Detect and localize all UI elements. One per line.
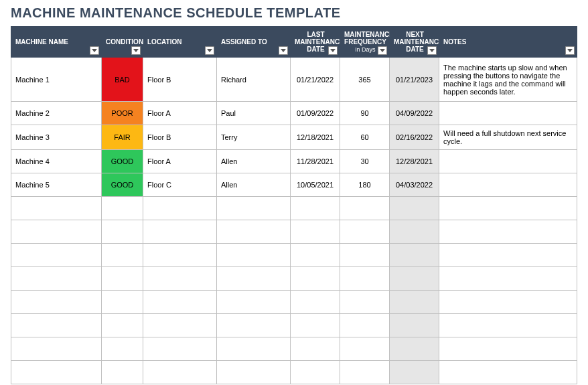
cell-empty[interactable] bbox=[340, 197, 390, 220]
cell-assigned-to[interactable]: Richard bbox=[217, 58, 291, 102]
cell-empty[interactable] bbox=[217, 197, 291, 220]
cell-frequency[interactable]: 180 bbox=[340, 173, 390, 197]
cell-machine-name[interactable]: Machine 1 bbox=[11, 58, 102, 102]
cell-assigned-to[interactable]: Allen bbox=[217, 173, 291, 197]
cell-next-maint[interactable]: 12/28/2021 bbox=[390, 150, 439, 173]
cell-empty[interactable] bbox=[11, 220, 102, 244]
cell-empty[interactable] bbox=[439, 337, 577, 361]
cell-empty[interactable] bbox=[390, 197, 439, 220]
cell-empty[interactable] bbox=[217, 314, 291, 337]
cell-empty[interactable] bbox=[340, 337, 390, 361]
cell-frequency[interactable]: 365 bbox=[340, 58, 390, 102]
cell-empty[interactable] bbox=[439, 267, 577, 291]
cell-empty[interactable] bbox=[217, 267, 291, 291]
cell-machine-name[interactable]: Machine 4 bbox=[11, 150, 102, 173]
cell-condition[interactable]: GOOD bbox=[102, 173, 143, 197]
cell-next-maint[interactable]: 01/21/2023 bbox=[390, 58, 439, 102]
cell-condition[interactable]: GOOD bbox=[102, 150, 143, 173]
cell-empty[interactable] bbox=[340, 314, 390, 337]
cell-empty[interactable] bbox=[102, 267, 143, 291]
cell-empty[interactable] bbox=[143, 314, 217, 337]
cell-empty[interactable] bbox=[11, 197, 102, 220]
cell-empty[interactable] bbox=[340, 220, 390, 244]
cell-empty[interactable] bbox=[217, 220, 291, 244]
cell-empty[interactable] bbox=[102, 291, 143, 314]
cell-empty[interactable] bbox=[217, 291, 291, 314]
cell-empty[interactable] bbox=[11, 314, 102, 337]
cell-empty[interactable] bbox=[11, 337, 102, 361]
cell-empty[interactable] bbox=[217, 361, 291, 384]
cell-empty[interactable] bbox=[291, 337, 340, 361]
filter-button[interactable] bbox=[90, 46, 99, 55]
cell-empty[interactable] bbox=[11, 267, 102, 291]
cell-location[interactable]: Floor C bbox=[143, 173, 217, 197]
filter-button[interactable] bbox=[279, 46, 288, 55]
cell-frequency[interactable]: 60 bbox=[340, 125, 390, 150]
cell-empty[interactable] bbox=[291, 197, 340, 220]
cell-empty[interactable] bbox=[390, 220, 439, 244]
cell-notes[interactable] bbox=[439, 102, 577, 125]
cell-empty[interactable] bbox=[439, 244, 577, 267]
cell-empty[interactable] bbox=[291, 244, 340, 267]
cell-last-maint[interactable]: 01/09/2022 bbox=[291, 102, 340, 125]
cell-empty[interactable] bbox=[102, 337, 143, 361]
filter-button[interactable] bbox=[565, 46, 575, 55]
cell-empty[interactable] bbox=[291, 314, 340, 337]
cell-location[interactable]: Floor A bbox=[143, 150, 217, 173]
cell-condition[interactable]: BAD bbox=[102, 58, 143, 102]
cell-empty[interactable] bbox=[439, 220, 577, 244]
cell-empty[interactable] bbox=[291, 220, 340, 244]
cell-empty[interactable] bbox=[143, 197, 217, 220]
cell-empty[interactable] bbox=[390, 361, 439, 384]
cell-assigned-to[interactable]: Paul bbox=[217, 102, 291, 125]
cell-machine-name[interactable]: Machine 3 bbox=[11, 125, 102, 150]
cell-condition[interactable]: FAIR bbox=[102, 125, 143, 150]
cell-empty[interactable] bbox=[390, 337, 439, 361]
cell-empty[interactable] bbox=[340, 267, 390, 291]
cell-empty[interactable] bbox=[390, 291, 439, 314]
cell-notes[interactable]: Will need a full shutdown next service c… bbox=[439, 125, 577, 150]
cell-empty[interactable] bbox=[291, 267, 340, 291]
filter-button[interactable] bbox=[205, 46, 214, 55]
filter-button[interactable] bbox=[131, 46, 141, 55]
cell-next-maint[interactable]: 04/03/2022 bbox=[390, 173, 439, 197]
cell-last-maint[interactable]: 11/28/2021 bbox=[291, 150, 340, 173]
cell-empty[interactable] bbox=[217, 337, 291, 361]
cell-empty[interactable] bbox=[143, 361, 217, 384]
cell-assigned-to[interactable]: Terry bbox=[217, 125, 291, 150]
cell-empty[interactable] bbox=[439, 361, 577, 384]
cell-next-maint[interactable]: 04/09/2022 bbox=[390, 102, 439, 125]
cell-machine-name[interactable]: Machine 2 bbox=[11, 102, 102, 125]
cell-empty[interactable] bbox=[340, 361, 390, 384]
cell-frequency[interactable]: 30 bbox=[340, 150, 390, 173]
cell-empty[interactable] bbox=[11, 244, 102, 267]
cell-empty[interactable] bbox=[11, 291, 102, 314]
cell-empty[interactable] bbox=[102, 361, 143, 384]
cell-next-maint[interactable]: 02/16/2022 bbox=[390, 125, 439, 150]
cell-empty[interactable] bbox=[102, 197, 143, 220]
cell-empty[interactable] bbox=[340, 291, 390, 314]
cell-last-maint[interactable]: 12/18/2021 bbox=[291, 125, 340, 150]
cell-empty[interactable] bbox=[439, 197, 577, 220]
cell-empty[interactable] bbox=[390, 314, 439, 337]
filter-button[interactable] bbox=[378, 46, 387, 55]
cell-last-maint[interactable]: 10/05/2021 bbox=[291, 173, 340, 197]
cell-empty[interactable] bbox=[390, 244, 439, 267]
cell-empty[interactable] bbox=[291, 361, 340, 384]
cell-frequency[interactable]: 90 bbox=[340, 102, 390, 125]
cell-empty[interactable] bbox=[11, 361, 102, 384]
cell-empty[interactable] bbox=[439, 314, 577, 337]
cell-empty[interactable] bbox=[143, 220, 217, 244]
cell-assigned-to[interactable]: Allen bbox=[217, 150, 291, 173]
cell-empty[interactable] bbox=[143, 267, 217, 291]
cell-notes[interactable]: The machine starts up slow and when pres… bbox=[439, 58, 577, 102]
cell-empty[interactable] bbox=[340, 244, 390, 267]
cell-empty[interactable] bbox=[291, 291, 340, 314]
cell-location[interactable]: Floor B bbox=[143, 125, 217, 150]
cell-notes[interactable] bbox=[439, 150, 577, 173]
cell-location[interactable]: Floor B bbox=[143, 58, 217, 102]
cell-empty[interactable] bbox=[143, 337, 217, 361]
filter-button[interactable] bbox=[328, 46, 338, 55]
cell-empty[interactable] bbox=[439, 291, 577, 314]
cell-empty[interactable] bbox=[102, 220, 143, 244]
